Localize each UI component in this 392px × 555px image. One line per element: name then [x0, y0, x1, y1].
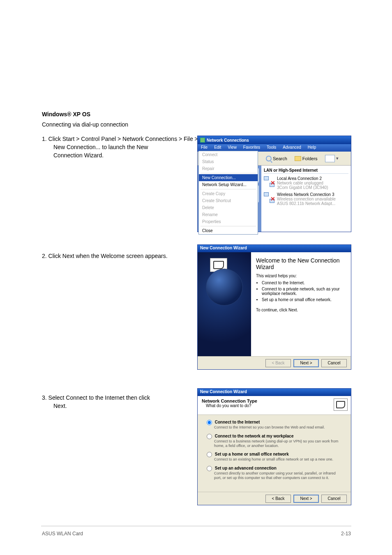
option-label: Set up an advanced connection [215, 466, 277, 470]
radio-connect-internet[interactable] [207, 420, 212, 425]
cancel-button[interactable]: Cancel [321, 495, 347, 503]
folders-button[interactable]: Folders [292, 155, 320, 162]
search-label: Search [273, 156, 287, 161]
menu-item-new-connection[interactable]: New Connection... [199, 174, 258, 181]
connection-item-lan[interactable]: ✕ Local Area Connection 2 Network cable … [264, 176, 348, 190]
menu-item-create-copy[interactable]: Create Copy [199, 190, 258, 197]
new-connection-wizard-welcome: New Connection Wizard Welcome to the New… [197, 244, 351, 370]
option-connect-internet[interactable]: Connect to the Internet Connect to the I… [207, 420, 342, 430]
menu-separator [201, 226, 256, 226]
menu-tools[interactable]: Tools [263, 144, 279, 152]
menu-advanced[interactable]: Advanced [279, 144, 304, 152]
option-desc: Connect directly to another computer usi… [214, 471, 342, 480]
wizard-lead: This wizard helps you: [256, 274, 346, 278]
menu-item-connect[interactable]: Connect [199, 151, 258, 158]
connection-status: Wireless connection unavailable [277, 197, 336, 201]
radio-connect-workplace[interactable] [207, 434, 212, 439]
page-heading: Windows® XP OS [42, 111, 90, 117]
menu-item-create-shortcut[interactable]: Create Shortcut [199, 197, 258, 204]
menu-help[interactable]: Help [304, 144, 320, 152]
menu-separator [201, 189, 256, 189]
connection-icon: ✕ [264, 192, 274, 203]
option-desc: Connect to a business network (using dia… [214, 439, 342, 448]
search-button[interactable]: Search [263, 154, 290, 163]
option-connect-workplace[interactable]: Connect to the network at my workplace C… [207, 434, 342, 448]
back-button[interactable]: < Back [265, 359, 291, 367]
network-icon [200, 138, 205, 143]
wizard-button-row: < Back Next > Cancel [198, 492, 351, 505]
option-label: Connect to the network at my workplace [215, 434, 294, 438]
option-desc: Connect to an existing home or small off… [214, 457, 342, 462]
wizard-bullets: Connect to the Internet. Connect to a pr… [262, 281, 346, 302]
connection-item-wireless[interactable]: ✕ Wireless Network Connection 3 Wireless… [264, 192, 348, 206]
wizard-body: Connect to the Internet Connect to the I… [198, 415, 351, 492]
menu-item-close[interactable]: Close [199, 227, 258, 234]
back-button[interactable]: < Back [265, 495, 291, 503]
wizard-continue-text: To continue, click Next. [256, 308, 346, 312]
menu-item-status[interactable]: Status [199, 158, 258, 165]
page-step-1c: Connection Wizard. [53, 152, 104, 159]
menu-item-repair[interactable]: Repair [199, 165, 258, 172]
main-content: LAN or High-Speed Internet ✕ Local Area … [261, 166, 351, 232]
option-label: Set up a home or small office network [215, 452, 289, 457]
search-icon [266, 156, 272, 161]
wizard-sidebar-image [198, 252, 251, 356]
cancel-button[interactable]: Cancel [321, 359, 347, 367]
menu-item-delete[interactable]: Delete [199, 204, 258, 211]
option-advanced-connection[interactable]: Set up an advanced connection Connect di… [207, 466, 342, 480]
connection-icon: ✕ [264, 176, 274, 187]
views-button[interactable] [323, 154, 337, 164]
wizard-titlebar[interactable]: New Connection Wizard [198, 389, 351, 396]
wizard-header-sub: What do you want to do? [206, 403, 347, 408]
wizard-heading: Welcome to the New Connection Wizard [256, 257, 346, 270]
window-title: Network Connections [207, 138, 249, 143]
option-home-network[interactable]: Set up a home or small office network Co… [207, 452, 342, 462]
footer-right: 2-13 [341, 531, 351, 537]
radio-home-network[interactable] [207, 452, 212, 457]
page-step-3: 3. Select Connect to the Internet then c… [42, 394, 150, 401]
wizard-header-title: Network Connection Type [202, 398, 347, 403]
connection-name: Wireless Network Connection 3 [277, 192, 336, 197]
network-connections-window: Network Connections File Edit View Favor… [197, 136, 351, 232]
views-icon [325, 155, 335, 162]
group-header-lan: LAN or High-Speed Internet [264, 168, 348, 174]
connection-name: Local Area Connection 2 [277, 176, 328, 181]
globe-icon [206, 269, 243, 306]
connection-device: ASUS 802.11b Network Adapt... [277, 201, 336, 206]
menu-item-properties[interactable]: Properties [199, 218, 258, 225]
new-connection-wizard-type: New Connection Wizard Network Connection… [197, 388, 351, 505]
wizard-header-icon [334, 398, 348, 411]
next-button[interactable]: Next > [293, 359, 319, 367]
connection-status: Network cable unplugged [277, 181, 328, 185]
wizard-bullet: Connect to the Internet. [262, 281, 346, 285]
folders-label: Folders [302, 156, 318, 161]
wizard-bullet: Set up a home or small office network. [262, 297, 346, 302]
folder-icon [295, 156, 301, 161]
window-titlebar[interactable]: Network Connections [198, 136, 351, 144]
next-button[interactable]: Next > [293, 495, 319, 503]
page-step-1b: New Connection... to launch the New [53, 144, 148, 150]
page-step-2: 2. Click Next when the Welcome screen ap… [42, 253, 168, 259]
option-label: Connect to the Internet [215, 420, 260, 424]
menu-separator [201, 173, 256, 173]
page-step-3b: Next. [53, 403, 67, 409]
wizard-titlebar[interactable]: New Connection Wizard [198, 245, 351, 252]
radio-advanced-connection[interactable] [207, 466, 212, 471]
menu-item-network-setup-wizard[interactable]: Network Setup Wizard... [199, 181, 258, 188]
wizard-button-row: < Back Next > Cancel [198, 356, 351, 369]
footer-left: ASUS WLAN Card [42, 531, 83, 537]
wizard-bullet: Connect to a private network, such as yo… [262, 287, 346, 296]
option-desc: Connect to the Internet so you can brows… [214, 425, 342, 430]
wizard-header: Network Connection Type What do you want… [198, 396, 351, 415]
page-subheading: Connecting via dial-up connection [42, 121, 128, 128]
page-step-1: 1. Click Start > Control Panel > Network… [42, 136, 198, 142]
menu-item-rename[interactable]: Rename [199, 211, 258, 218]
footer-divider [41, 526, 351, 526]
connection-device: 3Com Gigabit LOM (3C940) [277, 185, 328, 190]
file-menu-dropdown: Connect Status Repair New Connection... … [198, 151, 258, 235]
